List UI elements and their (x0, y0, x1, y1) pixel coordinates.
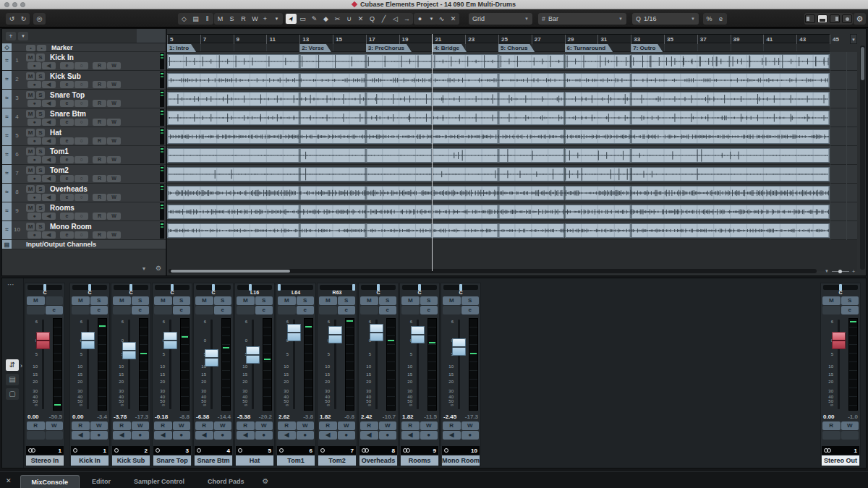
color-menu-icon[interactable]: ● (414, 14, 425, 24)
right-zone-button[interactable] (830, 14, 840, 23)
mixer-faders-view-button[interactable]: ⇵ (6, 359, 19, 371)
minimize-window-button[interactable] (12, 2, 17, 7)
fader-cap[interactable] (832, 332, 846, 349)
mute-button[interactable]: M (195, 296, 213, 305)
tool-glue[interactable]: ∪ (344, 14, 354, 24)
edit-channel-button[interactable]: e (461, 306, 480, 314)
solo-button[interactable]: S (36, 166, 45, 174)
mute-button[interactable]: M (360, 296, 378, 305)
solo-button[interactable]: S (36, 129, 45, 137)
read-automation-button[interactable]: R (93, 100, 106, 107)
mixer-strip-stereo-out[interactable]: CMSe605101520304050∞0.00-1.0RW1Stereo Ou… (820, 283, 861, 466)
marker-flag[interactable]: 2: Verse (299, 44, 331, 52)
freeze-button[interactable]: ○ (75, 119, 88, 126)
tool-erase[interactable]: ◆ (320, 14, 331, 24)
fader-cap[interactable] (36, 332, 50, 349)
activate-project-icon[interactable]: ◇ (179, 14, 190, 24)
grid-type-select[interactable]: # Bar▼ (538, 13, 626, 25)
write-automation-button[interactable]: W (107, 62, 121, 69)
audio-events-kick-sub[interactable] (167, 72, 830, 89)
pan-control[interactable] (196, 285, 231, 290)
mixer-strip-mono-room[interactable]: CMSe605101520304050∞-2.45-17.3RW◀●10Mono… (441, 283, 481, 466)
record-arm-button[interactable]: ● (214, 431, 232, 440)
tool-draw[interactable]: ✎ (309, 14, 320, 24)
record-arm-button[interactable]: ● (27, 62, 41, 69)
track-row-snare-btm[interactable]: ≈4MSSnare Btm●◀e○RW (2, 108, 166, 127)
read-automation-button[interactable]: R (237, 421, 255, 430)
mixer-strip-tom1[interactable]: L64MSe605101520304050∞2.62-3.8RW◀●6Tom1 (276, 283, 316, 466)
solo-button[interactable]: S (36, 110, 45, 118)
mute-button[interactable]: M (237, 296, 255, 305)
mixer-strip-hat[interactable]: L16MSe605101520304050∞-5.38-20.2RW◀●5Hat (234, 283, 275, 466)
tool-mute[interactable]: ✕ (355, 14, 366, 24)
channel-name[interactable]: Tom1 (277, 455, 315, 466)
freeze-button[interactable]: ○ (75, 156, 88, 163)
solo-button[interactable]: S (36, 223, 45, 231)
monitor-button[interactable]: ◀ (72, 431, 90, 440)
tool-scrub[interactable]: → (401, 14, 412, 24)
track-lane-tom2[interactable] (167, 165, 857, 184)
write-automation-button[interactable]: W (107, 156, 121, 163)
fader-cap[interactable] (411, 326, 425, 343)
mute-button[interactable]: M (319, 296, 337, 305)
horizontal-scrollbar[interactable] (169, 269, 817, 273)
horizontal-scroll-thumb[interactable] (171, 270, 290, 273)
monitor-button[interactable]: ◀ (113, 431, 131, 440)
fader-cap[interactable] (246, 346, 260, 364)
timeline-ruler[interactable]: 579111315171921232527293133353739414345 (167, 34, 830, 43)
monitor-button[interactable]: ◀ (42, 156, 56, 163)
solo-button[interactable]: S (90, 296, 109, 305)
monitor-button[interactable]: ◀ (360, 431, 378, 440)
edit-channel-button[interactable]: e (338, 306, 356, 314)
read-automation-button[interactable]: R (93, 175, 106, 182)
autoscroll-icon[interactable]: ∿ (436, 14, 447, 24)
pan-control[interactable] (320, 285, 354, 290)
record-arm-button[interactable] (46, 431, 64, 440)
audio-events-snare-top[interactable] (167, 90, 830, 108)
toolbar-s-automation-button[interactable]: S (226, 14, 237, 24)
audio-events-rooms[interactable] (167, 203, 830, 221)
mute-button[interactable]: M (26, 204, 35, 212)
edit-channel-button[interactable]: e (60, 137, 74, 145)
record-arm-button[interactable] (841, 431, 859, 440)
record-arm-button[interactable]: ● (27, 213, 41, 220)
zoom-slider[interactable] (832, 271, 849, 272)
chevron-down-icon[interactable]: ▼ (271, 14, 282, 24)
freeze-button[interactable]: ○ (75, 231, 88, 239)
monitor-button[interactable]: ◀ (319, 431, 337, 440)
mute-button[interactable]: M (26, 166, 35, 174)
io-channels-row[interactable]: ▤Input/Output Channels (2, 240, 166, 249)
channel-name[interactable]: Kick Sub (112, 455, 150, 466)
read-automation-button[interactable]: R (93, 119, 106, 126)
read-automation-button[interactable]: R (113, 421, 131, 430)
tool-range[interactable]: ▭ (297, 14, 308, 24)
edit-channel-button[interactable]: e (46, 306, 64, 314)
read-automation-button[interactable]: R (72, 421, 90, 430)
channel-name[interactable]: Stereo Out (822, 455, 859, 466)
tool-zoom[interactable]: Q (367, 14, 378, 24)
read-automation-button[interactable]: R (93, 137, 106, 145)
fader-cap[interactable] (452, 338, 466, 356)
fader-cap[interactable] (287, 324, 301, 341)
channel-name[interactable]: Tom2 (318, 455, 356, 466)
write-automation-button[interactable]: W (841, 421, 859, 430)
marker-flag[interactable]: 3: PreChorus (366, 44, 412, 52)
solo-button[interactable]: S (214, 296, 232, 305)
lower-zone-button[interactable] (817, 14, 827, 23)
track-visibility-icon[interactable]: ▤ (190, 14, 201, 24)
channel-name[interactable]: Rooms (401, 455, 438, 466)
monitor-button[interactable]: ◀ (42, 100, 56, 107)
fader-cap[interactable] (81, 332, 95, 349)
zoom-window-button[interactable] (20, 2, 25, 7)
audio-events-kick-in[interactable] (167, 53, 830, 70)
monitor-button[interactable]: ◀ (154, 431, 172, 440)
close-window-button[interactable] (4, 2, 9, 7)
write-automation-button[interactable]: W (107, 137, 121, 145)
edit-channel-button[interactable]: e (90, 306, 109, 314)
edit-channel-button[interactable]: e (841, 306, 859, 314)
pan-control[interactable] (237, 285, 272, 290)
record-arm-button[interactable]: ● (27, 100, 41, 107)
record-arm-button[interactable]: ● (27, 81, 41, 88)
solo-button[interactable]: S (36, 185, 45, 193)
track-list-settings-gear-icon[interactable]: ⚙ (156, 265, 161, 272)
